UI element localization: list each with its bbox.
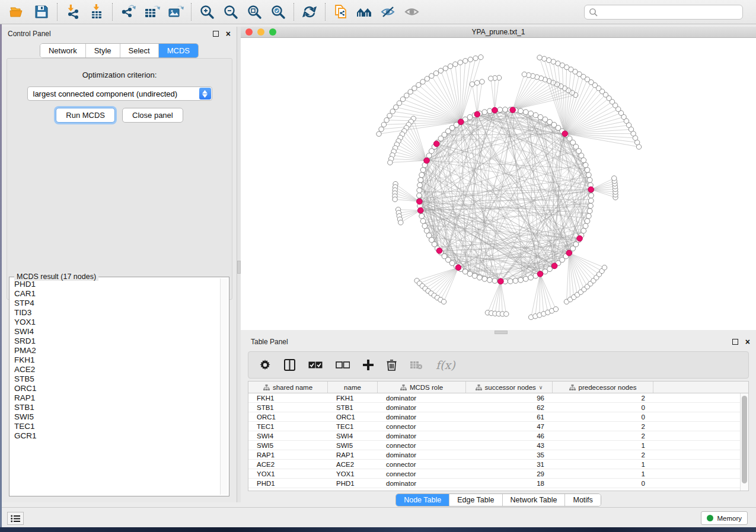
mcds-tab-content: Optimization criterion: largest connecte… (7, 58, 232, 300)
table-row[interactable]: SWI4SWI4dominator462 (248, 431, 740, 441)
tab-mcds[interactable]: MCDS (159, 44, 198, 57)
clone-network-icon[interactable] (329, 2, 353, 22)
memory-status-icon (707, 515, 713, 521)
table-row[interactable]: SWI5SWI5connector431 (248, 441, 740, 450)
column-header-shared-name[interactable]: shared name (248, 382, 328, 393)
table-panel: Table Panel × f(x) s (241, 335, 756, 507)
window-minimize-icon[interactable] (257, 28, 264, 36)
splitter-grip[interactable] (495, 331, 508, 334)
open-file-icon[interactable] (6, 2, 30, 22)
float-panel-icon[interactable] (213, 31, 219, 37)
save-session-icon[interactable] (30, 2, 53, 22)
cell-shared-name: YOX1 (248, 470, 328, 477)
deselect-all-icon[interactable] (336, 361, 350, 369)
zoom-fit-icon[interactable] (243, 2, 266, 22)
export-network-icon[interactable] (116, 2, 140, 22)
cell-name: ACE2 (328, 461, 378, 468)
table-settings-gear-icon[interactable] (259, 359, 271, 371)
close-panel-icon[interactable]: × (226, 31, 231, 37)
control-panel: Control Panel × Network Style Select MCD… (2, 27, 237, 502)
cell-successor: 29 (466, 470, 553, 477)
column-type-icon (400, 384, 407, 390)
column-header-predecessor-nodes[interactable]: predecessor nodes (553, 382, 653, 393)
tab-node-table[interactable]: Node Table (396, 494, 449, 506)
result-node: ORC1 (14, 384, 219, 393)
main-toolbar (0, 0, 756, 24)
table-row[interactable]: PHD1PHD1dominator180 (248, 479, 740, 488)
tab-network[interactable]: Network (40, 44, 86, 57)
panel-splitter-horizontal[interactable] (241, 330, 756, 335)
cell-predecessor: 2 (553, 423, 653, 430)
function-builder-icon: f(x) (436, 358, 455, 371)
table-row[interactable]: ACE2ACE2connector311 (248, 460, 740, 469)
network-graph[interactable] (241, 38, 756, 334)
cell-name: TEC1 (328, 423, 378, 430)
close-panel-icon[interactable]: × (745, 339, 750, 345)
show-all-eye-icon[interactable] (400, 2, 424, 22)
result-node: ACE2 (14, 365, 219, 374)
memory-label: Memory (717, 515, 742, 522)
column-header-successor-nodes[interactable]: successor nodes ∨ (466, 382, 553, 393)
table-row[interactable]: YOX1YOX1connector291 (248, 469, 740, 479)
column-header-name[interactable]: name (328, 382, 378, 393)
table-row[interactable]: ORC1ORC1dominator610 (248, 412, 740, 422)
cell-predecessor: 2 (553, 395, 653, 402)
cell-successor: 96 (466, 395, 553, 402)
import-network-icon[interactable] (61, 2, 85, 22)
result-list-scrollbar[interactable] (220, 278, 228, 495)
tab-style[interactable]: Style (86, 44, 120, 57)
cell-shared-name: ACE2 (248, 461, 328, 468)
tab-select[interactable]: Select (120, 44, 159, 57)
window-maximize-icon[interactable] (269, 28, 276, 36)
table-row[interactable]: TEC1TEC1connector472 (248, 422, 740, 431)
run-mcds-button[interactable]: Run MCDS (56, 108, 115, 123)
add-column-plus-icon[interactable] (363, 360, 374, 370)
result-node: STP4 (14, 299, 219, 308)
show-columns-icon[interactable] (284, 359, 295, 371)
zoom-out-icon[interactable] (219, 2, 243, 22)
table-scrollbar-thumb[interactable] (742, 396, 747, 483)
result-node: PMA2 (14, 346, 219, 355)
cell-name: SWI5 (328, 442, 378, 449)
search-box[interactable] (584, 5, 743, 20)
table-panel-header: Table Panel × (241, 335, 756, 349)
export-image-icon[interactable] (164, 2, 187, 22)
import-table-icon[interactable] (85, 2, 109, 22)
cell-mcds-role: dominator (378, 480, 466, 487)
column-header-mcds-role[interactable]: MCDS role (378, 382, 466, 393)
float-panel-icon[interactable] (732, 339, 738, 345)
toolbar-separator (112, 3, 113, 21)
window-close-icon[interactable] (245, 28, 253, 36)
tab-edge-table[interactable]: Edge Table (449, 494, 502, 506)
table-row[interactable]: RAP1RAP1dominator352 (248, 450, 740, 460)
refresh-layout-icon[interactable] (298, 2, 321, 22)
zoom-in-icon[interactable] (195, 2, 219, 22)
export-table-icon[interactable] (140, 2, 164, 22)
column-label: name (344, 384, 361, 391)
mcds-result-list[interactable]: PHD1 CAR1 STP4 TID3 YOX1 SWI4 SRD1 PMA2 … (11, 280, 219, 495)
table-row[interactable]: FKH1FKH1dominator962 (248, 393, 740, 403)
close-panel-button[interactable]: Close panel (122, 108, 183, 123)
search-input[interactable] (598, 5, 742, 19)
result-node: RAP1 (14, 393, 219, 403)
table-scrollbar[interactable] (740, 393, 748, 491)
tab-motifs[interactable]: Motifs (565, 494, 600, 506)
memory-button[interactable]: Memory (701, 511, 748, 525)
cell-name: SWI4 (328, 432, 378, 440)
result-node: STB1 (14, 403, 219, 412)
zoom-selected-icon[interactable] (266, 2, 290, 22)
list-icon (11, 515, 20, 523)
optimization-criterion-select[interactable]: largest connected component (undirected) (27, 86, 212, 101)
network-overview-icon[interactable] (353, 2, 377, 22)
toolbar-separator (294, 3, 294, 21)
tab-network-table[interactable]: Network Table (503, 494, 566, 506)
select-all-icon[interactable] (308, 361, 323, 369)
network-view-window: YPA_prune.txt_1 (241, 27, 756, 334)
network-canvas[interactable] (241, 38, 756, 334)
column-label: successor nodes (485, 384, 536, 391)
table-row[interactable]: STB1STB1dominator620 (248, 403, 740, 412)
delete-column-trash-icon[interactable] (387, 359, 397, 371)
task-history-button[interactable] (7, 512, 24, 525)
network-window-titlebar[interactable]: YPA_prune.txt_1 (241, 27, 756, 38)
hide-selected-eye-slash-icon[interactable] (377, 2, 400, 22)
